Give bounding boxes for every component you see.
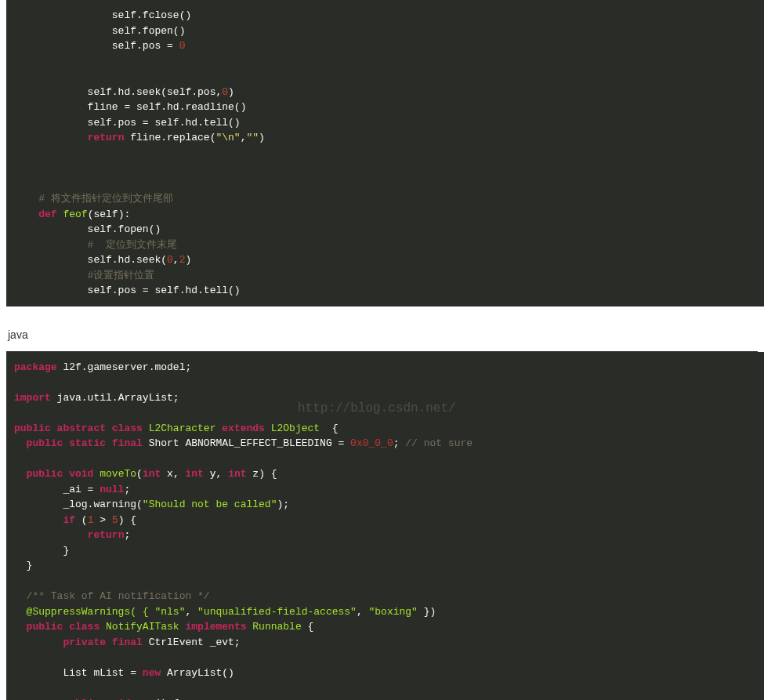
code-text: Short ABNORMAL_EFFECT_BLEEDING = [143,437,350,449]
keyword-extends: extends [222,423,265,434]
java-label: java [0,322,764,351]
code-text: () { [154,698,179,701]
code-line: self.fopen() [14,223,161,235]
keyword-implements: implements [185,621,246,633]
keyword-null: null [100,484,124,495]
code-indent [14,209,38,220]
code-indent [14,468,27,480]
code-text: { [320,423,338,434]
code-number: 0 [179,40,186,52]
keyword-if: if [63,514,75,526]
keyword-new: new [143,667,161,679]
class-name: Runnable [252,621,301,633]
code-text [100,621,106,633]
function-name: feof [63,209,87,220]
code-text: ) [228,86,234,98]
keyword-modifiers: private final [63,637,142,648]
code-string: "Should not be called" [143,499,277,510]
class-name: L2Object [271,423,320,434]
python-code: self.fclose() self.fopen() self.pos = 0 … [14,8,756,299]
code-line: self.pos = [14,40,179,52]
keyword-return: return [88,132,125,143]
code-line: fline = self.hd.readline() [14,101,246,113]
python-code-block: self.fclose() self.fopen() self.pos = 0 … [6,0,764,306]
code-line: self.fclose() [14,9,191,21]
code-text: ; [124,529,130,541]
keyword-int: int [228,468,246,480]
code-string: "boxing" [369,606,418,618]
code-text: fline.replace( [124,132,215,143]
code-text: ; [124,484,130,495]
code-text: CtrlEvent _evt; [143,637,241,648]
code-line: self.hd.seek(self.pos, [14,86,222,98]
code-text [143,423,149,434]
code-literal: 0x0_0_0 [350,437,393,449]
code-line: } [14,545,69,557]
class-name: L2Character [149,423,216,434]
code-text: List mList = [14,667,143,679]
code-text: _ai = [14,484,100,495]
keyword-import: import [14,392,51,404]
keyword-int: int [143,468,161,480]
keyword-modifiers: public void [63,698,130,701]
code-indent [14,437,27,449]
code-text: ; [393,437,406,449]
method-name: run [136,698,154,701]
code-indent [14,698,63,701]
java-code-block: package l2f.gameserver.model; import jav… [6,352,764,701]
keyword-package: package [14,361,57,373]
code-line: self.pos = self.hd.tell() [14,285,241,296]
keyword-return: return [88,529,125,541]
code-comment: // not sure [405,437,473,449]
code-indent [14,514,63,526]
code-indent [14,590,27,602]
code-text: , [241,132,247,143]
keyword-modifiers: public abstract class [14,423,143,434]
code-number: 0 [222,86,228,98]
code-text: z) { [247,468,277,480]
code-text: (self): [88,209,131,220]
code-string: "\n" [215,132,240,143]
code-text: x, [161,468,185,480]
code-text: , [173,254,179,266]
code-text: ( [75,514,88,526]
code-text: ); [277,499,289,510]
keyword-modifiers: public static final [27,437,143,449]
keyword-def: def [38,209,56,220]
code-text: , [357,606,369,618]
code-string: "unqualified-field-access" [197,606,357,618]
code-text: , [185,606,197,618]
code-line: self.pos = self.hd.tell() [14,117,241,129]
code-comment: /** Task of AI notification */ [27,590,210,602]
code-comment: # 将文件指针定位到文件尾部 [14,193,173,205]
code-text: y, [204,468,228,480]
code-comment: # 定位到文件末尾 [14,239,177,251]
code-number: 0 [167,254,173,266]
code-text [265,423,271,434]
code-text: }) [418,606,436,618]
code-comment: #设置指针位置 [14,270,154,281]
code-text: _log.warning( [14,499,143,510]
code-text: l2f.gameserver.model; [57,361,192,373]
code-string: "nls" [154,606,185,618]
code-string: "" [247,132,259,143]
code-text: ) [185,254,191,266]
code-text: > [93,514,111,526]
code-text: ) { [118,514,136,526]
code-indent [14,637,63,648]
keyword-modifiers: public void [27,468,94,480]
code-line: } [14,560,32,571]
code-text: ) [259,132,265,143]
keyword-modifiers: public class [27,621,100,633]
code-text: java.util.ArrayList; [51,392,179,404]
spacer [0,306,764,322]
java-code: package l2f.gameserver.model; import jav… [14,360,756,701]
code-text: ArrayList() [161,667,234,679]
method-name: moveTo [100,468,136,480]
code-text: self.hd.seek( [14,254,167,266]
class-name: NotifyAITask [106,621,179,633]
annotation: @SuppressWarnings( { [14,606,154,618]
code-number: 5 [112,514,118,526]
code-text: { [302,621,314,633]
code-text: ( [136,468,143,480]
